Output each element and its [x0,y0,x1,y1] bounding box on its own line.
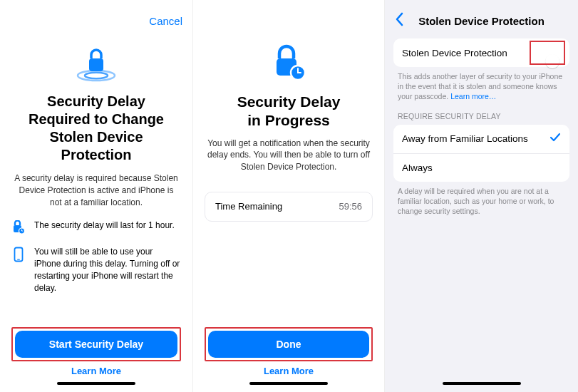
footer-text: A delay will be required when you are no… [398,186,565,217]
bottom-bar: Done Learn More [193,327,384,392]
option-label: Away from Familiar Locations [402,133,528,144]
bottom-bar: Start Security Delay Learn More [0,327,192,392]
lock-clock-hero-icon [205,43,373,83]
back-button[interactable] [395,12,403,29]
page-body: You will get a notification when the sec… [205,138,373,173]
svg-rect-2 [89,58,103,71]
home-indicator[interactable] [249,382,328,385]
learn-more-link[interactable]: Learn More [11,366,181,376]
iphone-icon [11,246,26,262]
content: Security Delay Required to Change Stolen… [0,40,192,294]
checkmark-icon [549,133,561,145]
option-label: Always [402,163,433,173]
info-row-usage: You will still be able to use your iPhon… [11,246,181,294]
highlight-annotation: Start Security Delay [11,327,181,361]
delay-option-group: Away from Familiar Locations Always [393,125,569,182]
content: Security Delayin Progress You will get a… [193,43,384,222]
home-indicator[interactable] [443,382,521,385]
option-always[interactable]: Always [393,153,569,182]
learn-more-link[interactable]: Learn More [205,366,373,376]
nav-bar: Cancel [0,9,192,33]
time-remaining-row: Time Remaining 59:56 [205,192,373,222]
time-remaining-value: 59:56 [339,201,362,212]
nav-bar: Stolen Device Protection [385,9,578,33]
screen-security-delay-progress: Security Delayin Progress You will get a… [192,0,385,392]
bottom-bar [385,376,578,392]
nav-title: Stolen Device Protection [385,15,578,27]
option-away-familiar[interactable]: Away from Familiar Locations [393,125,569,153]
info-row-duration: The security delay will last for 1 hour. [11,220,181,234]
page-title: Security Delay Required to Change Stolen… [11,93,181,164]
helper-text: This adds another layer of security to y… [398,71,565,102]
page-title: Security Delayin Progress [205,93,373,130]
toggle-section: Stolen Device Protection [393,38,569,67]
cancel-button[interactable]: Cancel [149,15,182,27]
status-bar [0,0,192,9]
page-body: A security delay is required because Sto… [11,172,181,208]
screen-security-delay-required: Cancel Security Delay Required to Change… [0,0,192,392]
svg-rect-6 [17,259,20,260]
svg-point-1 [85,73,108,78]
time-remaining-label: Time Remaining [215,201,282,212]
info-text: The security delay will last for 1 hour. [34,220,181,232]
status-bar [193,0,384,9]
toggle-label: Stolen Device Protection [402,48,507,58]
start-security-delay-button[interactable]: Start Security Delay [15,331,177,358]
info-list: The security delay will last for 1 hour.… [11,220,181,294]
highlight-annotation [530,41,565,65]
highlight-annotation: Done [205,327,373,361]
screen-sdp-settings: Stolen Device Protection Stolen Device P… [385,0,578,392]
content: Stolen Device Protection This adds anoth… [385,33,578,216]
section-header: REQUIRE SECURITY DELAY [398,112,565,120]
info-text: You will still be able to use your iPhon… [34,246,181,294]
status-bar [385,0,578,9]
home-indicator[interactable] [57,382,135,385]
nav-bar [193,9,384,33]
lock-clock-icon [11,220,26,234]
lock-ripple-icon [11,40,181,86]
learn-more-link[interactable]: Learn more… [450,92,496,100]
done-button[interactable]: Done [208,331,369,358]
